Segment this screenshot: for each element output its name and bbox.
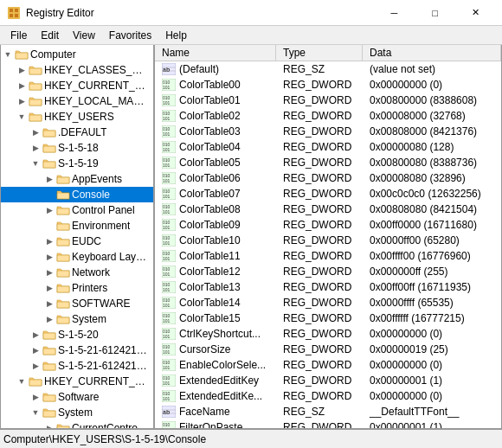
tree-item-hkey_users[interactable]: ▼ HKEY_USERS <box>1 109 153 125</box>
tree-expander[interactable]: ▶ <box>42 234 56 249</box>
tree-label: System <box>58 406 93 419</box>
table-row[interactable]: 010 101 ColorTable06REG_DWORD0x00008080 … <box>155 170 501 186</box>
tree-expander[interactable]: ▶ <box>15 62 29 78</box>
cell-data: 0x00c0c0c0 (12632256) <box>363 186 501 202</box>
cell-type: REG_DWORD <box>276 373 363 388</box>
table-row[interactable]: ab FaceNameREG_SZ__DefaultTTFont__ <box>155 404 501 419</box>
table-row[interactable]: 010 101 CtrlKeyShortcut...REG_DWORD0x000… <box>155 326 501 342</box>
menu-file[interactable]: File <box>3 27 34 44</box>
table-row[interactable]: 010 101 CursorSizeREG_DWORD0x00000019 (2… <box>155 342 501 357</box>
tree-expander[interactable]: ▶ <box>42 420 56 428</box>
tree-item-current_control_set[interactable]: ▶ CurrentControlSet <box>1 420 153 428</box>
tree-expander[interactable]: ▶ <box>42 296 56 311</box>
tree-item-appevents[interactable]: ▶ AppEvents <box>1 171 153 187</box>
tree-item-default[interactable]: ▶ .DEFAULT <box>1 125 153 140</box>
table-row[interactable]: 010 101 ColorTable02REG_DWORD0x00008000 … <box>155 108 501 124</box>
tree-item-software[interactable]: ▶ SOFTWARE <box>1 296 153 311</box>
tree-item-hkey_current_config[interactable]: ▼ HKEY_CURRENT_CONFIG <box>1 374 153 389</box>
table-row[interactable]: 010 101 ColorTable14REG_DWORD0x0000ffff … <box>155 295 501 310</box>
table-row[interactable]: 010 101 ColorTable11REG_DWORD0x00ffff00 … <box>155 248 501 264</box>
table-row[interactable]: 010 101 EnableColorSele...REG_DWORD0x000… <box>155 357 501 373</box>
menu-edit[interactable]: Edit <box>34 27 66 44</box>
table-row[interactable]: 010 101 ColorTable10REG_DWORD0x0000ff00 … <box>155 233 501 248</box>
tree-expander[interactable]: ▼ <box>29 156 42 171</box>
tree-item-s1518[interactable]: ▶ S-1-5-18 <box>1 140 153 156</box>
app-icon <box>7 6 21 20</box>
tree-expander[interactable]: ▶ <box>29 140 42 156</box>
tree-item-printers[interactable]: ▶ Printers <box>1 280 153 296</box>
tree-item-system[interactable]: ▶ System <box>1 311 153 327</box>
tree-expander[interactable]: ▼ <box>15 374 29 389</box>
tree-expander[interactable]: ▶ <box>42 265 56 280</box>
cell-data: 0x00000000 (0) <box>363 326 501 342</box>
header-type[interactable]: Type <box>276 45 363 61</box>
tree-expander[interactable]: ▶ <box>42 202 56 218</box>
table-row[interactable]: 010 101 ColorTable01REG_DWORD0x00800000 … <box>155 93 501 108</box>
tree-item-eudc[interactable]: ▶ EUDC <box>1 234 153 249</box>
menu-view[interactable]: View <box>66 27 102 44</box>
tree-expander[interactable]: ▶ <box>42 311 56 327</box>
tree-expander[interactable]: ▶ <box>29 327 42 342</box>
tree-item-computer[interactable]: ▼ Computer <box>1 47 153 62</box>
table-row[interactable]: 010 101 ColorTable09REG_DWORD0x00ff0000 … <box>155 217 501 233</box>
menu-help[interactable]: Help <box>158 27 194 44</box>
header-name[interactable]: Name <box>155 45 276 61</box>
cell-data: 0x00ffffff (16777215) <box>363 310 501 326</box>
tree-expander[interactable]: ▶ <box>42 171 56 187</box>
tree-item-control_panel[interactable]: ▶ Control Panel <box>1 202 153 218</box>
close-button[interactable]: ✕ <box>456 3 495 23</box>
tree-label: S-1-5-20 <box>58 329 99 341</box>
tree-expander[interactable]: ▶ <box>29 358 42 374</box>
table-row[interactable]: 010 101 ColorTable04REG_DWORD0x00000080 … <box>155 139 501 155</box>
cell-name: 010 101 ColorTable05 <box>155 155 276 170</box>
tree-item-local_machine[interactable]: ▶ HKEY_LOCAL_MACHINE <box>1 93 153 109</box>
tree-item-s15214[interactable]: ▶ S-1-5-21-612421373-2457 <box>1 342 153 358</box>
tree-expander[interactable]: ▶ <box>29 342 42 358</box>
table-row[interactable]: 010 101 ExtendedEditKeyREG_DWORD0x000000… <box>155 373 501 388</box>
reg-dword-icon: 010 101 <box>162 172 176 184</box>
svg-text:101: 101 <box>163 318 171 323</box>
tree-expander[interactable]: ▶ <box>29 125 42 140</box>
cell-name-text: ColorTable13 <box>179 281 241 293</box>
tree-item-environment[interactable]: Environment <box>1 218 153 234</box>
table-row[interactable]: 010 101 ColorTable07REG_DWORD0x00c0c0c0 … <box>155 186 501 202</box>
tree-expander[interactable]: ▶ <box>42 280 56 296</box>
folder-icon <box>29 94 42 108</box>
tree-expander[interactable]: ▼ <box>29 405 42 420</box>
tree-item-software2[interactable]: ▶ Software <box>1 389 153 405</box>
tree-item-s1520[interactable]: ▶ S-1-5-20 <box>1 327 153 342</box>
tree-item-keyboard_layout[interactable]: ▶ Keyboard Layout <box>1 249 153 265</box>
tree-item-network[interactable]: ▶ Network <box>1 265 153 280</box>
table-row[interactable]: 010 101 FilterOnPasteREG_DWORD0x00000001… <box>155 419 501 428</box>
cell-name: 010 101 ColorTable07 <box>155 186 276 202</box>
tree-item-system2[interactable]: ▼ System <box>1 405 153 420</box>
table-row[interactable]: ab (Default)REG_SZ(value not set) <box>155 61 501 77</box>
tree-item-console[interactable]: Console <box>1 187 153 202</box>
table-row[interactable]: 010 101 ColorTable15REG_DWORD0x00ffffff … <box>155 310 501 326</box>
table-row[interactable]: 010 101 ExtendedEditKe...REG_DWORD0x0000… <box>155 388 501 404</box>
tree-item-current_user[interactable]: ▶ HKEY_CURRENT_USER <box>1 78 153 93</box>
table-row[interactable]: 010 101 ColorTable12REG_DWORD0x000000ff … <box>155 264 501 279</box>
cell-name-text: ExtendedEditKey <box>179 374 259 387</box>
table-row[interactable]: 010 101 ColorTable03REG_DWORD0x00808000 … <box>155 124 501 139</box>
minimize-button[interactable]: ─ <box>375 3 414 23</box>
tree-item-s1519[interactable]: ▼ S-1-5-19 <box>1 156 153 171</box>
tree-expander[interactable]: ▶ <box>15 78 29 93</box>
menu-bar: File Edit View Favorites Help <box>0 26 502 45</box>
table-row[interactable]: 010 101 ColorTable05REG_DWORD0x00800080 … <box>155 155 501 170</box>
tree-expander[interactable]: ▼ <box>1 47 15 62</box>
tree-expander[interactable]: ▶ <box>15 93 29 109</box>
reg-dword-icon: 010 101 <box>162 141 176 153</box>
tree-item-classes_root[interactable]: ▶ HKEY_CLASSES_ROOT <box>1 62 153 78</box>
header-data[interactable]: Data <box>363 45 501 61</box>
table-row[interactable]: 010 101 ColorTable13REG_DWORD0x00ff00ff … <box>155 279 501 295</box>
tree-panel[interactable]: ▼ Computer▶ HKEY_CLASSES_ROOT▶ HKEY_CURR… <box>1 45 155 428</box>
table-row[interactable]: 010 101 ColorTable08REG_DWORD0x00808080 … <box>155 202 501 217</box>
table-row[interactable]: 010 101 ColorTable00REG_DWORD0x00000000 … <box>155 77 501 93</box>
menu-favorites[interactable]: Favorites <box>102 27 158 44</box>
tree-item-s15215[interactable]: ▶ S-1-5-21-612421373-2457 <box>1 358 153 374</box>
tree-expander[interactable]: ▼ <box>15 109 29 125</box>
tree-expander[interactable]: ▶ <box>42 249 56 265</box>
tree-expander[interactable]: ▶ <box>29 389 42 405</box>
maximize-button[interactable]: □ <box>415 3 454 23</box>
